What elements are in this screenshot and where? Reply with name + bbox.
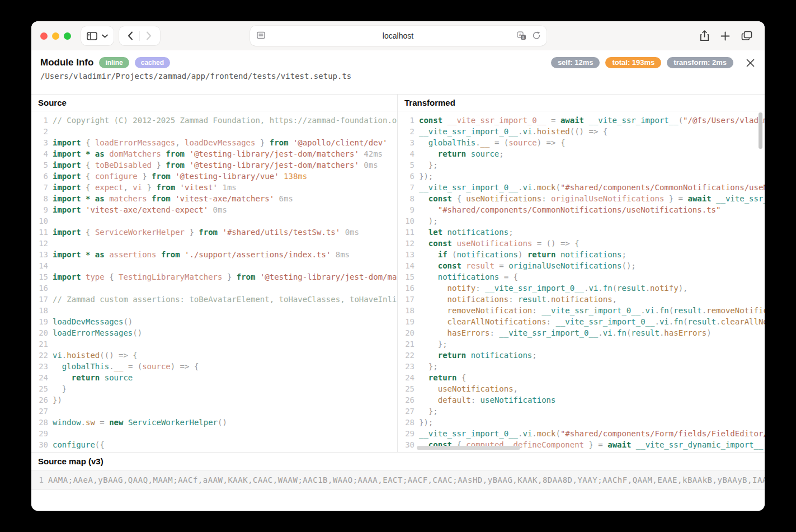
line-content: });: [419, 417, 433, 428]
page-title: Module Info: [40, 57, 93, 68]
line-content: import * as domMatchers from '@testing-l…: [53, 148, 383, 159]
line-content: let notifications;: [419, 227, 514, 238]
address-bar[interactable]: localhost Aa: [250, 26, 547, 46]
line-content: };: [419, 338, 448, 350]
code-line: 7__vite_ssr_import_0__.vi.mock("#shared/…: [398, 182, 765, 193]
line-number: 22: [398, 350, 415, 361]
line-number: 27: [31, 406, 48, 417]
close-window-button[interactable]: [40, 32, 48, 40]
line-number: 17: [31, 294, 48, 305]
code-line: 20loadErrorMessages(): [31, 327, 397, 338]
minimize-window-button[interactable]: [52, 32, 59, 40]
browser-window: localhost Aa: [31, 21, 765, 511]
line-number: 23: [398, 361, 415, 372]
line-content: };: [419, 406, 438, 417]
line-content: return {: [419, 372, 466, 383]
line-number: 8: [31, 193, 48, 204]
line-content: "#shared/components/CommonNotifications/…: [419, 204, 720, 215]
toolbar-right-buttons: [700, 30, 756, 41]
line-content: import { loadErrorMessages, loadDevMessa…: [53, 137, 388, 148]
line-content: import { ServiceWorkerHelper } from '#sh…: [53, 227, 359, 238]
code-line: 1const __vite_ssr_import_0__ = await __v…: [398, 115, 765, 126]
tab-overview-icon[interactable]: [741, 31, 752, 41]
line-number: 15: [398, 271, 415, 283]
line-number: 13: [31, 249, 48, 260]
line-content: const { useNotifications: originalUseNot…: [419, 193, 765, 204]
inline-badge: inline: [99, 57, 129, 68]
line-content: removeNotification: __vite_ssr_import_0_…: [419, 305, 765, 316]
transformed-code[interactable]: 1const __vite_ssr_import_0__ = await __v…: [398, 111, 765, 452]
code-line: 12 const useNotifications = () => {: [398, 238, 765, 249]
code-line: 4import * as domMatchers from '@testing-…: [31, 148, 397, 159]
close-button[interactable]: [745, 57, 756, 68]
line-content: globalThis.__ = (source) => {: [419, 137, 565, 148]
code-line: 17 notifications: result.notifications,: [398, 294, 765, 305]
code-line: 28window.sw = new ServiceWorkerHelper(): [31, 417, 397, 428]
line-number: 28: [31, 417, 48, 428]
code-line: 23 globalThis.__ = (source) => {: [31, 361, 397, 372]
line-number: 24: [398, 372, 415, 383]
line-content: }): [53, 394, 62, 406]
line-number: 30: [31, 439, 48, 450]
code-line: 23 };: [398, 361, 765, 372]
back-button[interactable]: [121, 27, 139, 45]
sidebar-icon: [87, 32, 97, 40]
line-content: configure({: [53, 439, 105, 450]
line-number: 6: [31, 171, 48, 182]
chevron-down-icon: [102, 34, 108, 38]
code-line: 22 return notifications;: [398, 350, 765, 361]
sourcemap-title: Source map (v3): [31, 452, 765, 470]
line-content: // Copyright (C) 2012-2025 Zammad Founda…: [53, 115, 397, 126]
svg-text:a: a: [522, 35, 524, 39]
source-pane: Source 1// Copyright (C) 2012-2025 Zamma…: [31, 95, 398, 452]
sourcemap-line-number: 1: [31, 475, 44, 484]
page-settings-icon[interactable]: [257, 31, 265, 39]
line-number: 25: [31, 383, 48, 394]
code-line: 15 notifications = {: [398, 271, 765, 283]
reload-icon[interactable]: [532, 31, 541, 40]
source-code[interactable]: 1// Copyright (C) 2012-2025 Zammad Found…: [31, 111, 397, 452]
code-line: 11 let notifications;: [398, 227, 765, 238]
translate-icon[interactable]: Aa: [517, 31, 526, 40]
code-line: 27 };: [398, 406, 765, 417]
line-number: 11: [398, 227, 415, 238]
line-content: import { expect, vi } from 'vitest' 1ms: [53, 182, 237, 193]
line-number: 30: [398, 439, 415, 450]
code-line: 1// Copyright (C) 2012-2025 Zammad Found…: [31, 115, 397, 126]
line-number: 25: [398, 383, 415, 394]
line-content: import { toBeDisabled } from '@testing-l…: [53, 159, 378, 171]
line-content: import * as assertions from './support/a…: [53, 249, 350, 260]
sidebar-toggle-button[interactable]: [81, 26, 114, 45]
line-number: 16: [398, 283, 415, 294]
transform-time-badge: transform: 2ms: [667, 57, 733, 68]
line-number: 9: [398, 204, 415, 215]
line-number: 14: [31, 260, 48, 271]
code-line: 27: [31, 406, 397, 417]
vertical-scrollbar-thumb[interactable]: [759, 112, 762, 149]
module-path: /Users/vladimir/Projects/zammad/app/fron…: [40, 72, 756, 81]
line-content: import * as matchers from 'vitest-axe/ma…: [53, 193, 293, 204]
code-line: 9import 'vitest-axe/extend-expect' 0ms: [31, 204, 397, 215]
code-line: 26 default: useNotifications: [398, 394, 765, 406]
line-number: 6: [398, 171, 415, 182]
code-line: 17// Zammad custom assertions: toBeAvata…: [31, 294, 397, 305]
line-content: notify: __vite_ssr_import_0__.vi.fn(resu…: [419, 283, 688, 294]
new-tab-icon[interactable]: [720, 31, 730, 41]
share-icon[interactable]: [700, 30, 709, 41]
code-line: 3import { loadErrorMessages, loadDevMess…: [31, 137, 397, 148]
code-line: 8import * as matchers from 'vitest-axe/m…: [31, 193, 397, 204]
transformed-pane-title: Transformed: [398, 95, 765, 111]
zoom-window-button[interactable]: [64, 32, 71, 40]
line-content: return source;: [419, 148, 504, 159]
code-line: 6});: [398, 171, 765, 182]
screen-background: localhost Aa: [0, 0, 796, 532]
horizontal-scrollbar-thumb[interactable]: [417, 446, 520, 450]
line-number: 2: [31, 126, 48, 137]
browser-toolbar: localhost Aa: [31, 21, 765, 50]
line-number: 20: [31, 327, 48, 338]
code-line: 16 notify: __vite_ssr_import_0__.vi.fn(r…: [398, 283, 765, 294]
self-time-badge: self: 12ms: [551, 57, 600, 68]
line-content: import { configure } from '@testing-libr…: [53, 171, 307, 182]
line-number: 7: [31, 182, 48, 193]
forward-button[interactable]: [140, 27, 158, 45]
